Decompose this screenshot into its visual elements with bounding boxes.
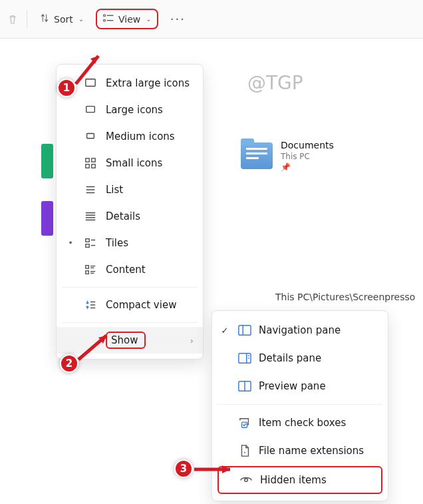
svg-rect-8	[92, 158, 95, 162]
svg-rect-9	[86, 164, 89, 168]
menu-label: Large icons	[106, 104, 194, 116]
chevron-right-icon: ›	[190, 336, 194, 346]
preview-pane-icon	[237, 380, 252, 392]
check-icon: ✓	[219, 326, 231, 336]
menu-item-content[interactable]: Content	[57, 256, 203, 283]
submenu-item-navigation-pane[interactable]: ✓ Navigation pane	[212, 316, 388, 344]
menu-item-tiles[interactable]: • Tiles	[57, 230, 203, 256]
svg-rect-10	[92, 164, 95, 168]
folder-icon	[241, 142, 273, 169]
view-menu: Extra large icons Large icons Medium ico…	[56, 64, 204, 360]
sort-button[interactable]: Sort ⌄	[33, 9, 90, 29]
submenu-label: Preview pane	[259, 380, 378, 392]
divider	[27, 11, 27, 28]
view-icon	[102, 13, 114, 25]
chevron-down-icon: ⌄	[78, 15, 84, 23]
details-icon	[83, 210, 98, 222]
annotation-highlight: Hidden items	[217, 466, 382, 494]
radio-bullet: •	[66, 238, 75, 248]
menu-item-medium-icons[interactable]: Medium icons	[57, 123, 203, 150]
annotation-callout-2: 2	[60, 354, 78, 373]
large-icons-icon	[83, 104, 98, 116]
checkboxes-icon	[237, 417, 252, 429]
menu-label: Compact view	[106, 299, 194, 311]
svg-rect-5	[86, 107, 95, 113]
menu-label: Details	[106, 210, 194, 222]
svg-point-0	[104, 15, 106, 17]
menu-label: Extra large icons	[106, 77, 194, 89]
svg-point-2	[104, 19, 106, 21]
sort-label: Sort	[54, 14, 73, 25]
folder-name: Documents	[281, 140, 334, 150]
more-button[interactable]: ···	[164, 8, 192, 30]
svg-marker-47	[222, 465, 230, 473]
tiles-icon	[83, 237, 98, 249]
sort-icon	[39, 13, 50, 25]
toolbar: Sort ⌄ View ⌄ ···	[0, 0, 423, 39]
svg-rect-6	[87, 134, 94, 138]
thumbnail-partial	[41, 201, 53, 236]
menu-item-list[interactable]: List	[57, 176, 203, 203]
hidden-items-icon	[239, 475, 253, 485]
menu-item-compact-view[interactable]: Compact view	[57, 292, 203, 318]
svg-point-40	[244, 452, 245, 453]
menu-label: Tiles	[106, 237, 194, 249]
small-icons-icon	[83, 157, 98, 169]
folder-meta: Documents This PC 📌	[281, 140, 334, 172]
submenu-item-file-name-extensions[interactable]: File name extensions	[212, 437, 388, 465]
medium-icons-icon	[83, 130, 98, 142]
pin-icon: 📌	[281, 162, 334, 172]
menu-label: Content	[106, 264, 194, 276]
submenu-label: Item check boxes	[259, 417, 378, 429]
view-button[interactable]: View ⌄	[96, 9, 158, 29]
annotation-arrow	[193, 463, 239, 477]
submenu-item-item-check-boxes[interactable]: Item check boxes	[212, 409, 388, 437]
navigation-pane-icon	[237, 324, 252, 336]
svg-rect-7	[86, 158, 89, 162]
list-icon	[83, 184, 98, 196]
annotation-callout-1: 1	[57, 79, 76, 97]
delete-button[interactable]	[4, 9, 21, 29]
folder-location: This PC	[281, 152, 334, 161]
svg-point-41	[245, 479, 248, 482]
svg-rect-18	[86, 239, 89, 242]
menu-item-small-icons[interactable]: Small icons	[57, 150, 203, 176]
submenu-label: Details pane	[259, 352, 378, 364]
svg-rect-31	[239, 326, 251, 336]
menu-label: List	[106, 184, 194, 196]
submenu-item-hidden-items[interactable]: Hidden items	[219, 467, 381, 493]
submenu-item-preview-pane[interactable]: Preview pane	[212, 372, 388, 400]
menu-item-large-icons[interactable]: Large icons	[57, 97, 203, 123]
annotation-arrow	[76, 330, 116, 366]
content-icon	[83, 264, 98, 276]
svg-rect-22	[86, 266, 89, 269]
submenu-item-details-pane[interactable]: Details pane	[212, 344, 388, 372]
annotation-arrow	[73, 47, 106, 89]
menu-item-details[interactable]: Details	[57, 203, 203, 230]
folder-item-documents[interactable]: Documents This PC 📌	[241, 140, 334, 172]
file-extensions-icon	[237, 444, 252, 457]
submenu-label: Hidden items	[260, 474, 377, 486]
menu-label: Medium icons	[106, 130, 194, 142]
thumbnail-partial	[41, 144, 53, 178]
compact-view-icon	[83, 299, 98, 311]
submenu-label: Navigation pane	[259, 324, 378, 336]
annotation-callout-3: 3	[174, 459, 193, 478]
trash-icon	[7, 13, 19, 25]
path-text: This PC\Pictures\Screenpresso	[275, 292, 415, 302]
chevron-down-icon: ⌄	[146, 15, 151, 23]
watermark: @TGP	[247, 72, 303, 94]
view-label: View	[118, 14, 140, 25]
details-pane-icon	[237, 352, 252, 364]
submenu-label: File name extensions	[259, 445, 378, 457]
svg-rect-20	[86, 244, 89, 248]
svg-rect-25	[86, 271, 89, 274]
menu-label: Small icons	[106, 157, 194, 169]
